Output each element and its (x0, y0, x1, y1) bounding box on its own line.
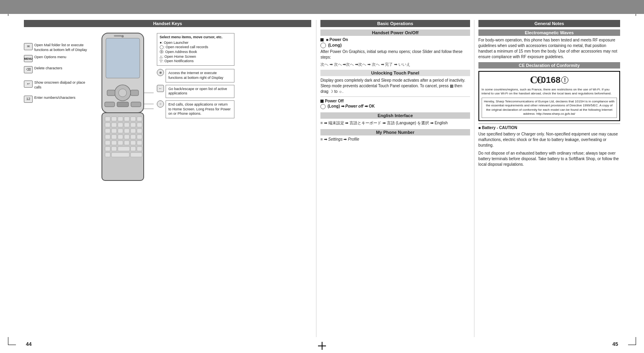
svg-rect-12 (105, 117, 110, 121)
battery-section: ■ Battery - CAUTION Use specified batter… (478, 124, 620, 167)
callout-launcher: ●: Open Launcher (160, 41, 232, 45)
phone-diagram (92, 31, 154, 198)
callout-end: End calls, close applications or return … (166, 100, 234, 118)
svg-rect-21 (124, 123, 129, 127)
left-key-labels: ✉ Open Mail folder list or execute funct… (24, 39, 90, 198)
svg-rect-40 (131, 141, 136, 145)
power-on-label: ■ Power On (320, 37, 470, 42)
svg-rect-14 (118, 117, 123, 121)
svg-rect-32 (118, 135, 123, 139)
callout-notif: ▽: Open Notifications (160, 59, 232, 64)
key-row-numbers: 12 Enter numbers/characters (24, 96, 90, 103)
svg-rect-10 (131, 102, 141, 107)
mail-key-icon: ✉ (24, 43, 33, 50)
top-bar (0, 0, 644, 14)
em-waves-title: Electromagnetic Waves (478, 29, 620, 36)
key-row-delete: ⌫ Delete characters (24, 66, 90, 73)
right-panel: General Notes Electromagnetic Waves For … (474, 20, 620, 337)
my-phone-title: My Phone Number (320, 129, 470, 135)
declaration-text: Hereby, Sharp Telecommunications of Euro… (482, 98, 617, 118)
power-off-label: Power Off (320, 99, 470, 103)
svg-rect-16 (131, 117, 136, 121)
japanese-steps: 次へ ➡ 次へ ➡次へ ➡次へ ➡ 次へ ➡ 完了 ➡ いいえ (320, 62, 470, 67)
svg-rect-28 (131, 129, 136, 133)
svg-rect-29 (137, 129, 142, 133)
left-panel-title: Handset Keys (24, 20, 311, 27)
svg-rect-6 (107, 90, 115, 96)
right-callouts: Select menu items, move cursor, etc. ●: … (157, 33, 234, 198)
svg-rect-9 (117, 102, 129, 107)
mail-key-label: Open Mail folder list or execute functio… (34, 43, 90, 52)
power-off-square (320, 100, 324, 103)
menu-key-icon: MENU (24, 55, 33, 62)
callout-internet: Access the Internet or execute functions… (166, 69, 234, 82)
callout-received: ◯: Open received call records (160, 45, 232, 50)
divider-1 (320, 96, 470, 97)
delete-key-icon: ⌫ (24, 66, 33, 73)
battery-para-2: Do not dispose of an exhausted battery w… (478, 151, 620, 167)
ce-mark-row: C€ 0168 ! (482, 74, 617, 86)
svg-point-5 (119, 89, 127, 97)
svg-rect-7 (131, 90, 139, 96)
svg-rect-37 (111, 141, 117, 145)
english-interface-title: English Interface (320, 112, 470, 119)
callout-back-row: ← Go back/escape or open list of active … (157, 85, 234, 98)
power-on-description: After Power On Graphics, initial setup m… (320, 49, 470, 60)
svg-rect-41 (137, 141, 142, 145)
svg-rect-48 (111, 153, 129, 157)
reg-mark-br (628, 337, 636, 345)
callout-address: Ⓑ: Open Address Book (160, 50, 232, 55)
left-panel: Handset Keys ✉ Open Mail folder list or … (24, 20, 316, 337)
svg-rect-13 (111, 117, 117, 121)
key-row-mail: ✉ Open Mail folder list or execute funct… (24, 43, 90, 52)
callout-home: △: Open Home Screen (160, 55, 232, 59)
callout-select-menu: Select menu items, move cursor, etc. ●: … (157, 33, 234, 66)
svg-rect-36 (105, 141, 110, 145)
svg-rect-1 (106, 38, 140, 78)
em-waves-text: For body-worn operation, this phone has … (478, 37, 620, 60)
end-key-icon: ○ (157, 100, 164, 108)
svg-rect-42 (105, 147, 110, 151)
middle-panel: Basic Operations Handset Power On/Off ■ … (316, 20, 474, 337)
unlock-description: Display goes completely dark and Sleep m… (320, 78, 470, 94)
phone-icon (320, 43, 326, 48)
svg-rect-34 (131, 135, 136, 139)
svg-rect-47 (105, 153, 110, 157)
svg-rect-17 (137, 117, 142, 121)
phone-icon-2 (320, 104, 326, 109)
svg-rect-26 (118, 129, 123, 133)
page-number-left: 44 (26, 341, 31, 347)
page-number-right: 45 (613, 341, 618, 347)
right-panel-title: General Notes (478, 20, 620, 27)
callout-internet-row: ⊕ Access the Internet or execute functio… (157, 69, 234, 82)
ce-small-text: In some countries/regions, such as Franc… (482, 88, 617, 96)
svg-rect-22 (131, 123, 136, 127)
svg-rect-15 (124, 117, 129, 121)
reg-mark-bl (8, 337, 16, 345)
ce-box: C€ 0168 ! In some countries/regions, suc… (478, 71, 620, 121)
callout-end-row: ○ End calls, close applications or retur… (157, 100, 234, 118)
svg-rect-35 (137, 135, 142, 139)
numbers-key-label: Enter numbers/characters (34, 96, 76, 100)
svg-rect-45 (131, 147, 136, 151)
svg-rect-19 (111, 123, 117, 127)
power-section-title: Handset Power On/Off (320, 29, 470, 36)
power-on-instruction: (Long) (320, 43, 470, 48)
call-key-icon: ↩ (24, 80, 33, 88)
callout-back: Go back/escape or open list of active ap… (166, 85, 234, 98)
svg-rect-27 (124, 129, 129, 133)
svg-rect-39 (124, 141, 129, 145)
ce-number: 0168 (541, 75, 560, 85)
svg-rect-20 (118, 123, 123, 127)
svg-rect-8 (105, 102, 115, 107)
key-row-call: ↩ Show onscreen dialpad or place calls (24, 80, 90, 90)
delete-key-label: Delete characters (34, 66, 62, 71)
svg-rect-44 (118, 147, 130, 151)
ce-declaration-title: CE Declaration of Conformity (478, 62, 620, 69)
unlock-title: Unlocking Touch Panel (320, 70, 470, 76)
svg-rect-25 (111, 129, 117, 133)
key-row-menu: MENU Open Options menu (24, 55, 90, 62)
svg-rect-43 (111, 147, 117, 151)
svg-rect-30 (105, 135, 110, 139)
middle-panel-title: Basic Operations (320, 20, 470, 27)
